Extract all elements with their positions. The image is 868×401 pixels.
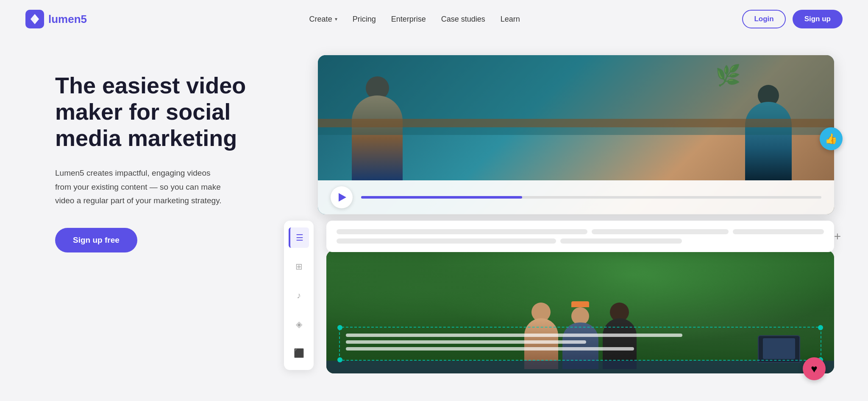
dot-tl [337, 325, 342, 330]
sel-text-line-2 [346, 340, 586, 344]
social-line-3 [733, 229, 824, 234]
social-line-4 [337, 238, 556, 244]
chevron-down-icon: ▾ [335, 16, 337, 22]
editor-sidebar: ☰ ⊞ ♪ ◈ ⬛ [284, 221, 314, 370]
logo[interactable]: lumen5 [25, 10, 87, 28]
hero-subtext: Lumen5 creates impactful, engaging video… [55, 166, 225, 208]
sel-text-line-1 [346, 334, 682, 337]
progress-fill [361, 196, 522, 199]
nav-create[interactable]: Create ▾ [309, 15, 337, 24]
hero-section: The easiest video maker for social media… [0, 38, 868, 401]
hero-cta-button[interactable]: Sign up free [55, 228, 137, 252]
sidebar-layout-tool[interactable]: ⬛ [289, 343, 309, 363]
video-card-top: 🌿 [318, 55, 834, 214]
video-bottom-background [326, 250, 834, 373]
nav-case-studies[interactable]: Case studies [441, 15, 485, 24]
hero-visual: 🌿 👍 ☰ [284, 55, 834, 386]
dot-tr [818, 325, 823, 330]
layout-icon: ⬛ [294, 348, 304, 358]
video-play-bar [318, 180, 834, 214]
sidebar-text-tool[interactable]: ☰ [289, 227, 309, 248]
logo-icon [25, 10, 44, 28]
play-button[interactable] [331, 186, 353, 208]
social-card-content [337, 229, 824, 244]
like-badge: 👍 [820, 127, 843, 150]
image-icon: ⊞ [295, 261, 303, 272]
nav-actions: Login Sign up [742, 10, 843, 28]
selection-overlay [339, 327, 821, 361]
nav-pricing[interactable]: Pricing [353, 15, 376, 24]
social-line-2 [592, 229, 729, 234]
hero-headline: The easiest video maker for social media… [55, 72, 259, 151]
sidebar-image-tool[interactable]: ⊞ [289, 256, 309, 277]
play-icon [339, 193, 346, 202]
bottom-area: ☰ ⊞ ♪ ◈ ⬛ [284, 221, 834, 370]
dot-bl [337, 357, 342, 362]
progress-bar [361, 196, 821, 199]
nav-learn[interactable]: Learn [501, 15, 520, 24]
social-line-1 [337, 229, 587, 234]
social-line-5 [560, 238, 682, 244]
hero-left: The easiest video maker for social media… [55, 55, 259, 252]
add-icon: + [834, 230, 841, 243]
nav-links: Create ▾ Pricing Enterprise Case studies… [309, 15, 520, 24]
sidebar-music-tool[interactable]: ♪ [289, 285, 309, 306]
music-icon: ♪ [297, 291, 301, 300]
signup-button[interactable]: Sign up [793, 10, 843, 28]
sidebar-media-tool[interactable]: ◈ [289, 314, 309, 334]
heart-badge: ♥ [803, 357, 826, 380]
brand-name: lumen5 [48, 13, 87, 26]
login-button[interactable]: Login [742, 10, 785, 28]
social-share-card: + [326, 221, 834, 252]
nav-enterprise[interactable]: Enterprise [391, 15, 426, 24]
sel-text-line-3 [346, 347, 634, 351]
media-icon: ◈ [296, 319, 302, 329]
text-icon: ☰ [296, 233, 303, 243]
navbar: lumen5 Create ▾ Pricing Enterprise Case … [0, 0, 868, 38]
video-card-bottom: ♥ [326, 250, 834, 373]
